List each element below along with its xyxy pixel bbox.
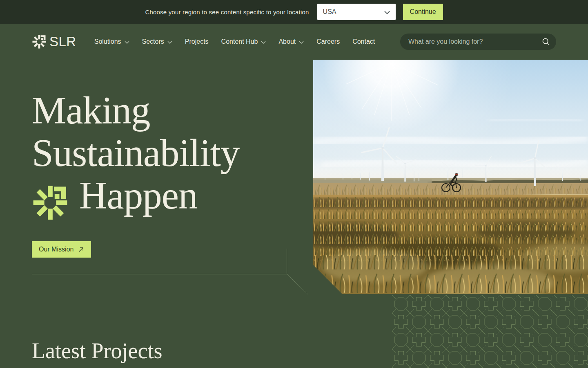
region-select[interactable]: USA xyxy=(317,4,396,20)
hero-title-line3: Happen xyxy=(32,174,240,221)
site-header: SLR Solutions Sectors Projects Content H… xyxy=(0,24,588,60)
chevron-down-icon xyxy=(384,11,390,14)
slr-mark-icon xyxy=(32,184,69,221)
slr-logo-text: SLR xyxy=(49,34,76,49)
hero-title-line1: Making xyxy=(32,89,240,132)
chevron-down-icon xyxy=(167,41,172,44)
slr-logo[interactable]: SLR xyxy=(32,34,76,49)
decorative-line-diagonal xyxy=(287,274,308,294)
region-banner-message: Choose your region to see content specif… xyxy=(145,9,309,16)
geometric-pattern xyxy=(392,295,588,368)
arrow-up-right-icon xyxy=(78,247,84,253)
search-icon[interactable] xyxy=(542,38,550,46)
decorative-line-horizontal xyxy=(32,274,287,274)
decorative-line-vertical xyxy=(287,249,287,274)
nav-item-content-hub[interactable]: Content Hub xyxy=(221,38,266,45)
our-mission-button[interactable]: Our Mission xyxy=(32,241,91,258)
chevron-down-icon xyxy=(125,41,129,44)
continue-button[interactable]: Continue xyxy=(403,4,443,20)
nav-item-careers[interactable]: Careers xyxy=(316,38,340,45)
main-nav: Solutions Sectors Projects Content Hub A… xyxy=(94,38,375,45)
nav-item-projects[interactable]: Projects xyxy=(185,38,209,45)
hero-photo xyxy=(313,60,588,294)
hero-title-line2: Sustainability xyxy=(32,132,240,174)
nav-item-solutions[interactable]: Solutions xyxy=(94,38,129,45)
nav-item-contact[interactable]: Contact xyxy=(352,38,375,45)
nav-item-sectors[interactable]: Sectors xyxy=(142,38,172,45)
latest-projects-title: Latest Projects xyxy=(32,338,162,364)
nav-item-about[interactable]: About xyxy=(278,38,304,45)
chevron-down-icon xyxy=(299,41,304,44)
region-banner: Choose your region to see content specif… xyxy=(0,0,588,24)
search-input[interactable] xyxy=(400,34,556,50)
chevron-down-icon xyxy=(261,41,266,44)
hero-title: Making Sustainability Happen xyxy=(32,89,240,221)
site-search xyxy=(400,34,556,50)
region-select-value: USA xyxy=(323,8,336,16)
slr-logo-mark-icon xyxy=(32,34,47,49)
